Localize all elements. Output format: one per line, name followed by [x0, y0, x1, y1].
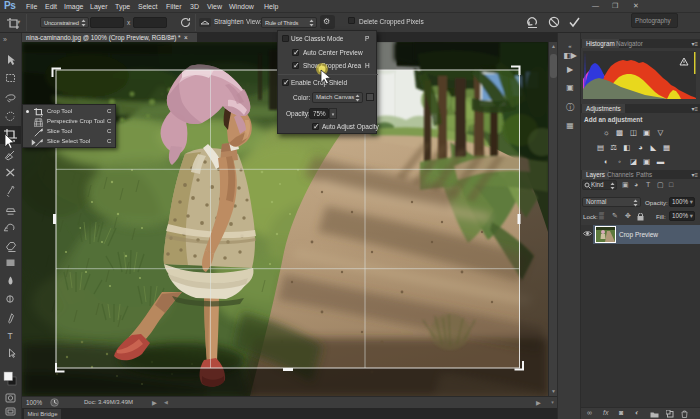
svg-text:T: T — [8, 331, 13, 341]
svg-text:»: » — [3, 36, 7, 43]
